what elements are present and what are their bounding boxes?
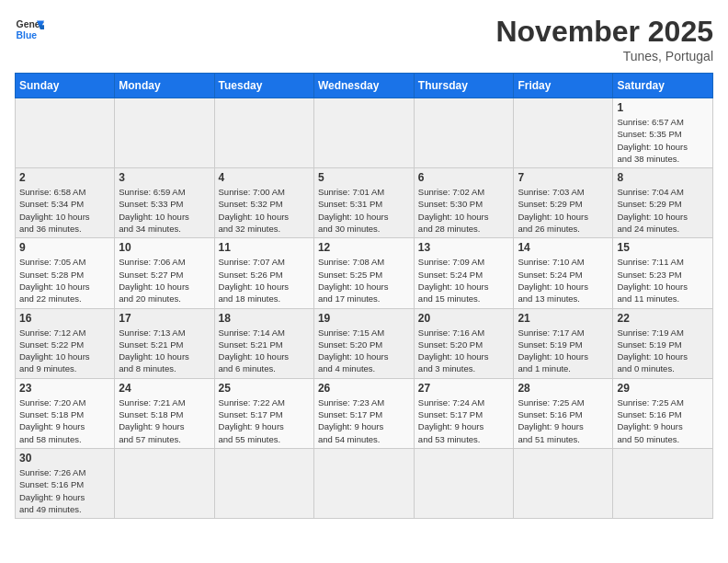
- day-cell: 18Sunrise: 7:14 AM Sunset: 5:21 PM Dayli…: [214, 308, 313, 378]
- week-row-4: 23Sunrise: 7:20 AM Sunset: 5:18 PM Dayli…: [16, 378, 713, 448]
- day-cell: 29Sunrise: 7:25 AM Sunset: 5:16 PM Dayli…: [613, 378, 713, 448]
- day-info: Sunrise: 7:26 AM Sunset: 5:16 PM Dayligh…: [19, 466, 110, 515]
- day-info: Sunrise: 7:10 AM Sunset: 5:24 PM Dayligh…: [518, 256, 609, 304]
- location: Tunes, Portugal: [495, 49, 713, 63]
- day-cell: 4Sunrise: 7:00 AM Sunset: 5:32 PM Daylig…: [214, 168, 313, 238]
- day-cell: 24Sunrise: 7:21 AM Sunset: 5:18 PM Dayli…: [115, 378, 214, 448]
- day-number: 14: [518, 241, 609, 254]
- day-number: 2: [19, 171, 110, 184]
- day-cell: [214, 448, 313, 518]
- weekday-header-wednesday: Wednesday: [313, 74, 414, 98]
- day-number: 17: [119, 312, 210, 325]
- week-row-0: 1Sunrise: 6:57 AM Sunset: 5:35 PM Daylig…: [16, 98, 713, 168]
- weekday-header-saturday: Saturday: [613, 74, 713, 98]
- day-number: 29: [617, 382, 709, 395]
- day-info: Sunrise: 6:57 AM Sunset: 5:35 PM Dayligh…: [617, 116, 709, 165]
- day-info: Sunrise: 7:25 AM Sunset: 5:16 PM Dayligh…: [617, 396, 709, 445]
- svg-text:Blue: Blue: [17, 30, 38, 40]
- day-cell: 25Sunrise: 7:22 AM Sunset: 5:17 PM Dayli…: [214, 378, 313, 448]
- page-header: General Blue November 2025 Tunes, Portug…: [15, 15, 713, 63]
- day-number: 13: [418, 241, 510, 254]
- day-cell: 7Sunrise: 7:03 AM Sunset: 5:29 PM Daylig…: [514, 168, 613, 238]
- day-cell: 11Sunrise: 7:07 AM Sunset: 5:26 PM Dayli…: [214, 238, 313, 308]
- day-cell: 17Sunrise: 7:13 AM Sunset: 5:21 PM Dayli…: [115, 308, 214, 378]
- day-number: 25: [219, 382, 310, 395]
- day-number: 18: [219, 312, 310, 325]
- day-number: 8: [617, 171, 709, 184]
- week-row-3: 16Sunrise: 7:12 AM Sunset: 5:22 PM Dayli…: [16, 308, 713, 378]
- day-cell: 13Sunrise: 7:09 AM Sunset: 5:24 PM Dayli…: [414, 238, 514, 308]
- calendar: SundayMondayTuesdayWednesdayThursdayFrid…: [15, 73, 713, 519]
- day-info: Sunrise: 7:16 AM Sunset: 5:20 PM Dayligh…: [418, 327, 510, 375]
- day-info: Sunrise: 7:00 AM Sunset: 5:32 PM Dayligh…: [219, 186, 310, 235]
- day-info: Sunrise: 7:04 AM Sunset: 5:29 PM Dayligh…: [617, 186, 709, 235]
- day-info: Sunrise: 7:01 AM Sunset: 5:31 PM Dayligh…: [318, 186, 410, 235]
- day-info: Sunrise: 7:08 AM Sunset: 5:25 PM Dayligh…: [318, 256, 410, 304]
- day-number: 3: [119, 171, 210, 184]
- day-cell: 21Sunrise: 7:17 AM Sunset: 5:19 PM Dayli…: [514, 308, 613, 378]
- day-cell: 30Sunrise: 7:26 AM Sunset: 5:16 PM Dayli…: [16, 448, 115, 518]
- day-number: 24: [119, 382, 210, 395]
- day-info: Sunrise: 7:02 AM Sunset: 5:30 PM Dayligh…: [418, 186, 510, 235]
- weekday-header-tuesday: Tuesday: [214, 74, 313, 98]
- day-number: 6: [418, 171, 510, 184]
- day-cell: 15Sunrise: 7:11 AM Sunset: 5:23 PM Dayli…: [613, 238, 713, 308]
- day-cell: 27Sunrise: 7:24 AM Sunset: 5:17 PM Dayli…: [414, 378, 514, 448]
- day-info: Sunrise: 7:14 AM Sunset: 5:21 PM Dayligh…: [219, 327, 310, 375]
- day-cell: 19Sunrise: 7:15 AM Sunset: 5:20 PM Dayli…: [313, 308, 414, 378]
- day-cell: 23Sunrise: 7:20 AM Sunset: 5:18 PM Dayli…: [16, 378, 115, 448]
- day-number: 15: [617, 241, 709, 254]
- day-info: Sunrise: 6:58 AM Sunset: 5:34 PM Dayligh…: [19, 186, 110, 235]
- day-cell: [313, 448, 414, 518]
- day-number: 12: [318, 241, 410, 254]
- day-cell: [514, 448, 613, 518]
- day-info: Sunrise: 7:21 AM Sunset: 5:18 PM Dayligh…: [119, 396, 210, 445]
- day-number: 1: [617, 101, 709, 114]
- day-number: 5: [318, 171, 410, 184]
- day-number: 23: [19, 382, 110, 395]
- day-info: Sunrise: 7:13 AM Sunset: 5:21 PM Dayligh…: [119, 327, 210, 375]
- day-cell: 1Sunrise: 6:57 AM Sunset: 5:35 PM Daylig…: [613, 98, 713, 168]
- day-cell: 12Sunrise: 7:08 AM Sunset: 5:25 PM Dayli…: [313, 238, 414, 308]
- day-info: Sunrise: 7:09 AM Sunset: 5:24 PM Dayligh…: [418, 256, 510, 304]
- day-info: Sunrise: 7:25 AM Sunset: 5:16 PM Dayligh…: [518, 396, 609, 445]
- day-info: Sunrise: 7:06 AM Sunset: 5:27 PM Dayligh…: [119, 256, 210, 304]
- day-info: Sunrise: 7:05 AM Sunset: 5:28 PM Dayligh…: [19, 256, 110, 304]
- day-info: Sunrise: 7:22 AM Sunset: 5:17 PM Dayligh…: [219, 396, 310, 445]
- day-number: 22: [617, 312, 709, 325]
- day-cell: [514, 98, 613, 168]
- day-number: 11: [219, 241, 310, 254]
- day-number: 30: [19, 452, 110, 465]
- day-info: Sunrise: 7:20 AM Sunset: 5:18 PM Dayligh…: [19, 396, 110, 445]
- day-cell: 20Sunrise: 7:16 AM Sunset: 5:20 PM Dayli…: [414, 308, 514, 378]
- day-cell: [613, 448, 713, 518]
- day-cell: 3Sunrise: 6:59 AM Sunset: 5:33 PM Daylig…: [115, 168, 214, 238]
- day-cell: [115, 448, 214, 518]
- day-number: 16: [19, 312, 110, 325]
- day-number: 26: [318, 382, 410, 395]
- day-number: 21: [518, 312, 609, 325]
- day-info: Sunrise: 7:03 AM Sunset: 5:29 PM Dayligh…: [518, 186, 609, 235]
- day-info: Sunrise: 7:12 AM Sunset: 5:22 PM Dayligh…: [19, 327, 110, 375]
- day-number: 27: [418, 382, 510, 395]
- day-number: 4: [219, 171, 310, 184]
- day-cell: 8Sunrise: 7:04 AM Sunset: 5:29 PM Daylig…: [613, 168, 713, 238]
- day-cell: 6Sunrise: 7:02 AM Sunset: 5:30 PM Daylig…: [414, 168, 514, 238]
- day-info: Sunrise: 7:19 AM Sunset: 5:19 PM Dayligh…: [617, 327, 709, 375]
- day-info: Sunrise: 7:17 AM Sunset: 5:19 PM Dayligh…: [518, 327, 609, 375]
- day-cell: 5Sunrise: 7:01 AM Sunset: 5:31 PM Daylig…: [313, 168, 414, 238]
- day-cell: 26Sunrise: 7:23 AM Sunset: 5:17 PM Dayli…: [313, 378, 414, 448]
- day-number: 10: [119, 241, 210, 254]
- day-cell: [115, 98, 214, 168]
- day-info: Sunrise: 7:15 AM Sunset: 5:20 PM Dayligh…: [318, 327, 410, 375]
- day-number: 7: [518, 171, 609, 184]
- day-cell: 14Sunrise: 7:10 AM Sunset: 5:24 PM Dayli…: [514, 238, 613, 308]
- weekday-header-friday: Friday: [514, 74, 613, 98]
- day-number: 19: [318, 312, 410, 325]
- day-cell: 2Sunrise: 6:58 AM Sunset: 5:34 PM Daylig…: [16, 168, 115, 238]
- weekday-header-thursday: Thursday: [414, 74, 514, 98]
- day-number: 20: [418, 312, 510, 325]
- day-cell: [313, 98, 414, 168]
- weekday-header-monday: Monday: [115, 74, 214, 98]
- week-row-1: 2Sunrise: 6:58 AM Sunset: 5:34 PM Daylig…: [16, 168, 713, 238]
